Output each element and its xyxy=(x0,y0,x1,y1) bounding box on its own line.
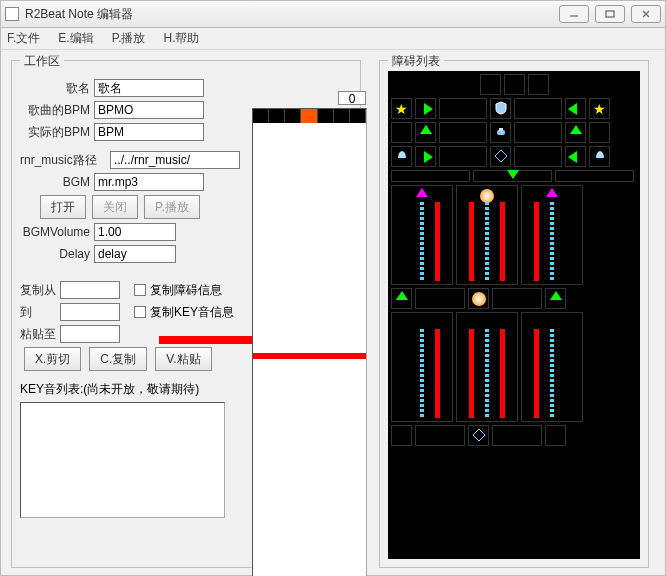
workarea-legend: 工作区 xyxy=(20,53,64,70)
rnrpath-input[interactable] xyxy=(110,151,240,169)
timeline[interactable]: 0 xyxy=(252,108,367,576)
obst-arrow-right[interactable] xyxy=(415,146,436,167)
obst-arrow-left[interactable] xyxy=(415,98,436,119)
obst-tile[interactable] xyxy=(514,122,562,143)
obst-diamond[interactable] xyxy=(490,146,511,167)
obst-lane[interactable] xyxy=(456,312,518,422)
obst-tile[interactable] xyxy=(492,288,542,309)
obst-tile[interactable] xyxy=(415,288,465,309)
obst-shield[interactable] xyxy=(490,98,511,119)
bgmvol-label: BGMVolume xyxy=(20,225,94,239)
copyto-input[interactable] xyxy=(60,303,120,321)
obst-tile[interactable] xyxy=(514,98,562,119)
obst-star[interactable]: ★ xyxy=(391,98,412,119)
obst-tile[interactable] xyxy=(545,425,566,446)
copyto-label: 到 xyxy=(20,304,60,321)
obst-arrow-up[interactable] xyxy=(415,122,436,143)
obst-lane[interactable] xyxy=(521,312,583,422)
obst-tile[interactable] xyxy=(504,74,525,95)
obst-arrow-left[interactable] xyxy=(565,98,586,119)
window-title: R2Beat Note 编辑器 xyxy=(25,6,559,23)
delay-input[interactable] xyxy=(94,245,176,263)
obst-tile[interactable] xyxy=(439,98,487,119)
menu-help[interactable]: H.帮助 xyxy=(163,30,199,47)
paste-button[interactable]: V.粘贴 xyxy=(155,347,211,371)
menu-edit[interactable]: E.编辑 xyxy=(58,30,93,47)
minimize-button[interactable] xyxy=(559,5,589,23)
client-area: 工作区 歌名 歌曲的BPM 实际的BPM rnr_music路径 BGM 打开 … xyxy=(0,50,666,576)
obst-tile[interactable] xyxy=(415,425,465,446)
obst-tile[interactable] xyxy=(439,122,487,143)
obst-tile[interactable] xyxy=(480,74,501,95)
timeline-red-tab xyxy=(159,336,252,344)
obst-bell[interactable] xyxy=(391,146,412,167)
obst-lane[interactable] xyxy=(456,185,518,285)
obst-lane[interactable] xyxy=(391,312,453,422)
menu-file[interactable]: F.文件 xyxy=(7,30,40,47)
orb-icon xyxy=(472,292,486,306)
obst-arrow-up[interactable] xyxy=(545,288,566,309)
bell-icon xyxy=(593,149,607,163)
diamond-icon xyxy=(472,428,486,442)
obst-arrow-left[interactable] xyxy=(565,146,586,167)
songbpm-label: 歌曲的BPM xyxy=(20,102,94,119)
close-button-bgm[interactable]: 关闭 xyxy=(92,195,138,219)
bgmvol-input[interactable] xyxy=(94,223,176,241)
star-icon: ★ xyxy=(593,101,606,117)
keylist[interactable] xyxy=(20,402,225,518)
diamond-icon xyxy=(494,149,508,163)
close-button[interactable] xyxy=(631,5,661,23)
play-button[interactable]: P.播放 xyxy=(144,195,200,219)
open-button[interactable]: 打开 xyxy=(40,195,86,219)
pasteto-input[interactable] xyxy=(60,325,120,343)
copyfrom-input[interactable] xyxy=(60,281,120,299)
copyfrom-label: 复制从 xyxy=(20,282,60,299)
copy-button[interactable]: C.复制 xyxy=(89,347,147,371)
obstacle-legend: 障碍列表 xyxy=(388,53,444,70)
copy-obst-checkbox[interactable] xyxy=(134,284,146,296)
obst-tile[interactable] xyxy=(492,425,542,446)
obst-bell[interactable] xyxy=(589,146,610,167)
copy-key-checkbox[interactable] xyxy=(134,306,146,318)
obst-tile[interactable] xyxy=(439,146,487,167)
keylist-label: KEY音列表:(尚未开放，敬请期待) xyxy=(20,381,199,398)
menubar: F.文件 E.编辑 P.播放 H.帮助 xyxy=(0,28,666,50)
pasteto-label: 粘贴至 xyxy=(20,326,60,343)
obst-lane[interactable] xyxy=(391,185,453,285)
timeline-header xyxy=(253,109,366,123)
obst-down[interactable] xyxy=(473,170,552,182)
realbpm-label: 实际的BPM xyxy=(20,124,94,141)
shield-icon xyxy=(494,101,508,115)
menu-play[interactable]: P.播放 xyxy=(112,30,146,47)
timeline-cursor xyxy=(253,353,366,359)
maximize-button[interactable] xyxy=(595,5,625,23)
star-icon: ★ xyxy=(395,101,408,117)
obst-orb[interactable] xyxy=(468,288,489,309)
realbpm-input[interactable] xyxy=(94,123,204,141)
obst-tile[interactable] xyxy=(391,425,412,446)
songname-input[interactable] xyxy=(94,79,204,97)
obst-tile[interactable] xyxy=(391,122,412,143)
obstacle-palette: ★ ★ xyxy=(388,71,640,559)
titlebar: R2Beat Note 编辑器 xyxy=(0,0,666,28)
obst-diamond[interactable] xyxy=(468,425,489,446)
obst-tile[interactable] xyxy=(528,74,549,95)
obst-lane[interactable] xyxy=(521,185,583,285)
obst-tile[interactable] xyxy=(589,122,610,143)
obst-arrow-up[interactable] xyxy=(565,122,586,143)
obst-star[interactable]: ★ xyxy=(589,98,610,119)
car-icon xyxy=(494,125,508,139)
obst-arrow-up[interactable] xyxy=(391,288,412,309)
obst-tile[interactable] xyxy=(514,146,562,167)
timeline-counter[interactable]: 0 xyxy=(338,91,366,105)
bell-icon xyxy=(395,149,409,163)
svg-rect-1 xyxy=(606,11,614,17)
cut-button[interactable]: X.剪切 xyxy=(24,347,81,371)
copy-key-label: 复制KEY音信息 xyxy=(150,304,234,321)
obst-car[interactable] xyxy=(490,122,511,143)
bgm-input[interactable] xyxy=(94,173,204,191)
obst-tile[interactable] xyxy=(555,170,634,182)
obst-tile[interactable] xyxy=(391,170,470,182)
songbpm-input[interactable] xyxy=(94,101,204,119)
songname-label: 歌名 xyxy=(20,80,94,97)
